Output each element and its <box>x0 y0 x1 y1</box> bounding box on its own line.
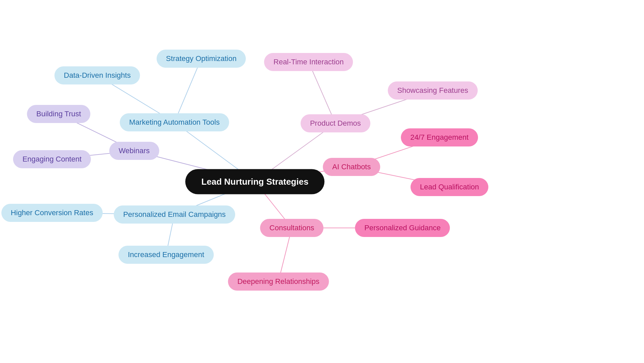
node-engaging-content: Engaging Content <box>13 150 91 168</box>
node-webinars: Webinars <box>109 142 159 160</box>
node-personalized-guidance: Personalized Guidance <box>355 219 450 237</box>
node-ai-chatbots: AI Chatbots <box>323 158 380 176</box>
node-center: Lead Nurturing Strategies <box>185 169 324 194</box>
node-building-trust: Building Trust <box>27 105 90 123</box>
node-showcasing-features: Showcasing Features <box>388 81 478 100</box>
svg-line-1 <box>174 59 201 122</box>
node-deepening-relationships: Deepening Relationships <box>228 273 329 291</box>
mindmap-container: Lead Nurturing StrategiesMarketing Autom… <box>0 0 644 363</box>
node-real-time-interaction: Real-Time Interaction <box>264 53 353 71</box>
node-increased-engagement: Increased Engagement <box>118 246 214 264</box>
node-lead-qualification: Lead Qualification <box>411 178 488 196</box>
node-product-demos: Product Demos <box>301 114 370 132</box>
node-consultations: Consultations <box>260 219 323 237</box>
node-marketing-automation: Marketing Automation Tools <box>120 113 229 131</box>
node-data-driven-insights: Data-Driven Insights <box>54 66 140 84</box>
node-higher-conversion: Higher Conversion Rates <box>1 204 103 222</box>
node-personalized-email: Personalized Email Campaigns <box>114 205 235 224</box>
node-strategy-optimization: Strategy Optimization <box>157 50 246 68</box>
node-247-engagement: 24/7 Engagement <box>401 128 478 146</box>
